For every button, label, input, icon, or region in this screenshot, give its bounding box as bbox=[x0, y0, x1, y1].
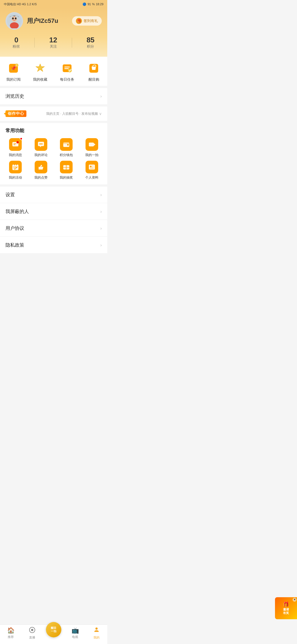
action-shop[interactable]: 醒目购 bbox=[81, 62, 108, 82]
subscription-icon: 📌 + bbox=[7, 62, 20, 75]
settings-title: 设置 bbox=[6, 192, 15, 198]
action-daily-tasks[interactable]: 每日任务 bbox=[54, 62, 81, 82]
battery-text: 91 bbox=[87, 2, 91, 6]
svg-rect-38 bbox=[89, 165, 95, 170]
speed-text: 1.2 K/S bbox=[27, 2, 37, 6]
svg-rect-20 bbox=[13, 144, 15, 145]
svg-rect-11 bbox=[64, 67, 70, 67]
func-comments[interactable]: 我的评论 bbox=[28, 138, 54, 157]
svg-point-16 bbox=[94, 70, 95, 71]
profile-func-label: 个人资料 bbox=[85, 175, 98, 180]
bluetooth-icon: 🔵 bbox=[82, 2, 86, 6]
svg-point-15 bbox=[92, 70, 93, 71]
common-functions-heading: 常用功能 bbox=[3, 127, 105, 134]
svg-rect-41 bbox=[92, 166, 94, 166]
profile-top: 用户IZc57u 🎁 签到有礼 bbox=[6, 12, 102, 30]
comments-icon bbox=[35, 138, 47, 151]
action-favorites[interactable]: 我的收藏 bbox=[27, 62, 54, 82]
stat-following[interactable]: 12 关注 bbox=[49, 36, 57, 49]
favorites-label: 我的收藏 bbox=[33, 77, 47, 82]
status-left: 中国电信 HD 4G 1.2 K/S bbox=[4, 2, 37, 6]
creation-center-item[interactable]: 创作中心 我的主页 · 入驻醒目号 · 发布短视频 ∨ bbox=[0, 107, 107, 121]
points-label: 积分 bbox=[87, 44, 94, 49]
creation-label: 创作中心 bbox=[6, 110, 26, 117]
yipai-label: 我的一拍 bbox=[85, 153, 98, 157]
browse-history-item[interactable]: 浏览历史 › bbox=[0, 88, 107, 104]
settings-item[interactable]: 设置 › bbox=[0, 187, 107, 203]
wallet-label: 积分钱包 bbox=[60, 153, 73, 157]
svg-rect-37 bbox=[63, 167, 69, 168]
svg-point-23 bbox=[40, 143, 42, 144]
stat-fans[interactable]: 0 粉丝 bbox=[13, 36, 20, 49]
creation-center-section: 创作中心 我的主页 · 入驻醒目号 · 发布短视频 ∨ bbox=[0, 107, 107, 121]
time-text: 18:29 bbox=[96, 2, 103, 6]
activities-label: 我的活动 bbox=[9, 175, 22, 180]
action-subscription[interactable]: 📌 + 我的订阅 bbox=[0, 62, 27, 82]
func-grid: 我的消息 我的评论 积分钱包 我的一拍 bbox=[3, 138, 105, 180]
stat-divider-2 bbox=[72, 38, 72, 48]
shop-label: 醒目购 bbox=[89, 77, 99, 82]
svg-rect-31 bbox=[14, 164, 15, 165]
svg-rect-27 bbox=[63, 143, 69, 144]
svg-rect-40 bbox=[90, 168, 94, 168]
svg-rect-34 bbox=[38, 167, 40, 170]
func-profile[interactable]: 个人资料 bbox=[79, 161, 105, 180]
settings-chevron: › bbox=[100, 192, 102, 197]
likes-icon bbox=[35, 161, 47, 173]
func-messages[interactable]: 我的消息 bbox=[3, 138, 28, 157]
func-likes[interactable]: 我的点赞 bbox=[28, 161, 54, 180]
activities-icon bbox=[9, 161, 22, 173]
messages-badge bbox=[20, 137, 23, 140]
checkin-button[interactable]: 🎁 签到有礼 bbox=[72, 16, 102, 26]
blocked-item[interactable]: 我屏蔽的人 › bbox=[0, 203, 107, 220]
wallet-icon bbox=[60, 138, 73, 151]
svg-rect-32 bbox=[16, 164, 17, 165]
following-label: 关注 bbox=[50, 44, 57, 49]
svg-point-3 bbox=[12, 18, 14, 20]
creation-chevron-down: ∨ bbox=[99, 111, 102, 116]
agreement-chevron: › bbox=[100, 226, 102, 231]
daily-tasks-icon bbox=[61, 62, 74, 75]
browse-history-section: 浏览历史 › bbox=[0, 88, 107, 104]
network-text: HD 4G bbox=[17, 2, 26, 6]
checkin-icon: 🎁 bbox=[76, 18, 82, 24]
svg-rect-19 bbox=[13, 143, 16, 144]
subscription-label: 我的订阅 bbox=[6, 77, 21, 82]
func-activities[interactable]: 我的活动 bbox=[3, 161, 28, 180]
svg-text:+: + bbox=[16, 64, 17, 67]
svg-rect-42 bbox=[92, 167, 93, 167]
common-functions-section: 常用功能 我的消息 我的评论 积分钱包 bbox=[0, 123, 107, 184]
favorites-icon bbox=[34, 62, 47, 75]
fans-count: 0 bbox=[14, 36, 18, 43]
carrier-text: 中国电信 bbox=[4, 2, 16, 6]
following-count: 12 bbox=[49, 36, 57, 43]
creation-links: 我的主页 · 入驻醒目号 · 发布短视频 bbox=[46, 111, 98, 116]
status-right: 🔵 91% 18:29 bbox=[82, 2, 103, 6]
quick-actions: 📌 + 我的订阅 我的收藏 每日任务 bbox=[0, 57, 107, 86]
username: 用户IZc57u bbox=[27, 17, 58, 25]
svg-rect-39 bbox=[90, 166, 92, 167]
fans-label: 粉丝 bbox=[13, 44, 20, 49]
agreement-title: 用户协议 bbox=[6, 225, 24, 231]
func-wallet[interactable]: 积分钱包 bbox=[54, 138, 79, 157]
privacy-title: 隐私政策 bbox=[6, 242, 24, 248]
checkin-label: 签到有礼 bbox=[84, 18, 98, 23]
svg-rect-26 bbox=[67, 144, 69, 146]
svg-point-18 bbox=[16, 141, 19, 143]
svg-marker-29 bbox=[94, 143, 95, 146]
stat-divider-1 bbox=[34, 38, 35, 48]
messages-label: 我的消息 bbox=[9, 153, 22, 157]
func-lottery[interactable]: 我的抽奖 bbox=[54, 161, 79, 180]
yipai-icon bbox=[86, 138, 98, 151]
daily-tasks-label: 每日任务 bbox=[60, 77, 74, 82]
privacy-chevron: › bbox=[100, 243, 102, 248]
agreement-item[interactable]: 用户协议 › bbox=[0, 220, 107, 237]
func-yipai[interactable]: 我的一拍 bbox=[79, 138, 105, 157]
avatar[interactable] bbox=[6, 12, 23, 30]
stat-points[interactable]: 85 积分 bbox=[87, 36, 95, 49]
blocked-title: 我屏蔽的人 bbox=[6, 208, 29, 215]
profile-left: 用户IZc57u bbox=[6, 12, 58, 30]
svg-marker-9 bbox=[36, 64, 45, 72]
stats-row: 0 粉丝 12 关注 85 积分 bbox=[6, 35, 102, 50]
privacy-item[interactable]: 隐私政策 › bbox=[0, 237, 107, 253]
